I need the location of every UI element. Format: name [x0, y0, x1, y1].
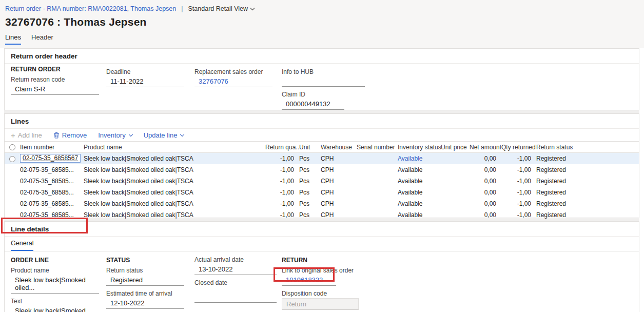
cell-return-quantity[interactable]: -1,00 — [265, 164, 299, 176]
cell-serial-number[interactable] — [357, 209, 398, 221]
col-return-quantity[interactable]: Return qua... — [265, 142, 299, 153]
cell-warehouse[interactable]: CPH — [321, 164, 357, 176]
claim-id-field[interactable]: 000000449132 — [282, 99, 344, 110]
cell-qty-returned[interactable]: -1,00 — [501, 176, 536, 187]
cell-net-amount[interactable]: 0,00 — [470, 176, 501, 187]
row-select-cell[interactable] — [5, 164, 20, 176]
cell-return-status[interactable]: Registered — [536, 198, 639, 209]
cell-return-quantity[interactable]: -1,00 — [265, 209, 299, 221]
col-item-number[interactable]: Item number — [20, 142, 84, 153]
col-qty-returned[interactable]: Qty returned — [501, 142, 536, 153]
breadcrumb[interactable]: Return order - RMA number: RMA0022081, T… — [5, 5, 176, 12]
row-select-cell[interactable] — [5, 153, 20, 164]
cell-product-name[interactable]: Sleek low back|Smoked oiled oak|TSCA — [84, 198, 265, 209]
cell-inventory-status[interactable]: Available — [398, 176, 441, 187]
cell-inventory-status[interactable]: Available — [398, 153, 441, 164]
section-title-line-details[interactable]: Line details — [5, 222, 639, 237]
cell-qty-returned[interactable]: -1,00 — [501, 153, 536, 164]
row-selector-radio[interactable] — [9, 156, 15, 162]
cell-serial-number[interactable] — [357, 176, 398, 187]
cell-warehouse[interactable]: CPH — [321, 209, 357, 221]
cell-qty-returned[interactable]: -1,00 — [501, 209, 536, 221]
cell-serial-number[interactable] — [357, 164, 398, 176]
table-row[interactable]: 02-075-35_68585... Sleek low back|Smoked… — [5, 164, 639, 176]
cell-unit-price[interactable] — [441, 153, 470, 164]
cell-item-number[interactable]: 02-075-35_68585... — [20, 164, 84, 176]
cell-unit[interactable]: Pcs — [299, 164, 321, 176]
cell-return-quantity[interactable]: -1,00 — [265, 153, 299, 164]
table-row[interactable]: 02-075-35_68585... Sleek low back|Smoked… — [5, 187, 639, 198]
cell-warehouse[interactable]: CPH — [321, 198, 357, 209]
cell-inventory-status[interactable]: Available — [398, 187, 441, 198]
remove-button[interactable]: Remove — [53, 131, 87, 139]
closed-date-field[interactable] — [194, 292, 277, 303]
cell-return-quantity[interactable]: -1,00 — [265, 176, 299, 187]
cell-unit[interactable]: Pcs — [299, 209, 321, 221]
cell-item-number[interactable]: 02-075-35_68585... — [20, 176, 84, 187]
return-status-field[interactable]: Registered — [106, 275, 184, 286]
deadline-field[interactable]: 11-11-2022 — [106, 76, 184, 87]
cell-product-name[interactable]: Sleek low back|Smoked oiled oak|TSCA — [84, 153, 265, 164]
tab-lines[interactable]: Lines — [5, 33, 21, 45]
cell-serial-number[interactable] — [357, 198, 398, 209]
cell-return-quantity[interactable]: -1,00 — [265, 198, 299, 209]
cell-unit-price[interactable] — [441, 164, 470, 176]
cell-net-amount[interactable]: 0,00 — [470, 187, 501, 198]
cell-warehouse[interactable]: CPH — [321, 176, 357, 187]
cell-unit-price[interactable] — [441, 198, 470, 209]
select-all-header[interactable] — [5, 142, 20, 153]
cell-product-name[interactable]: Sleek low back|Smoked oiled oak|TSCA — [84, 187, 265, 198]
product-name-field[interactable]: Sleek low back|Smoked oiled... — [11, 275, 99, 294]
replacement-sales-order-link[interactable]: 32767076 — [194, 76, 272, 87]
cell-serial-number[interactable] — [357, 153, 398, 164]
table-row[interactable]: 02-075-35_68585... Sleek low back|Smoked… — [5, 209, 639, 221]
tab-header[interactable]: Header — [31, 33, 53, 45]
cell-return-status[interactable]: Registered — [536, 164, 639, 176]
table-row[interactable]: 02-075-35_6858567 Sleek low back|Smoked … — [5, 153, 639, 164]
cell-inventory-status[interactable]: Available — [398, 164, 441, 176]
cell-return-status[interactable]: Registered — [536, 209, 639, 221]
cell-net-amount[interactable]: 0,00 — [470, 164, 501, 176]
cell-product-name[interactable]: Sleek low back|Smoked oiled oak|TSCA — [84, 209, 265, 221]
tab-general[interactable]: General — [11, 240, 33, 251]
cell-unit[interactable]: Pcs — [299, 176, 321, 187]
original-sales-order-link[interactable]: 1019618322 — [282, 275, 336, 286]
row-select-cell[interactable] — [5, 198, 20, 209]
row-select-cell[interactable] — [5, 176, 20, 187]
col-inventory-status[interactable]: Inventory status — [398, 142, 441, 153]
row-select-cell[interactable] — [5, 187, 20, 198]
return-reason-code-field[interactable]: Claim S-R — [11, 84, 99, 95]
cell-net-amount[interactable]: 0,00 — [470, 209, 501, 221]
cell-unit[interactable]: Pcs — [299, 187, 321, 198]
cell-unit[interactable]: Pcs — [299, 198, 321, 209]
col-return-status[interactable]: Return status — [536, 142, 639, 153]
cell-inventory-status[interactable]: Available — [398, 198, 441, 209]
table-row[interactable]: 02-075-35_68585... Sleek low back|Smoked… — [5, 176, 639, 187]
row-select-cell[interactable] — [5, 209, 20, 221]
cell-net-amount[interactable]: 0,00 — [470, 153, 501, 164]
section-title-return-order-header[interactable]: Return order header — [5, 49, 639, 64]
col-unit-price[interactable]: Unit price — [441, 142, 470, 153]
add-line-button[interactable]: + Add line — [11, 131, 42, 139]
estimated-time-of-arrival-field[interactable]: 12-10-2022 — [106, 298, 184, 309]
text-field[interactable]: Sleek low back|Smoked oiled oak|TSCA — [11, 306, 99, 312]
cell-inventory-status[interactable]: Available — [398, 209, 441, 221]
cell-unit-price[interactable] — [441, 209, 470, 221]
update-line-menu-button[interactable]: Update line — [144, 131, 184, 139]
cell-serial-number[interactable] — [357, 187, 398, 198]
cell-return-quantity[interactable]: -1,00 — [265, 187, 299, 198]
cell-item-number[interactable]: 02-075-35_68585... — [20, 187, 84, 198]
cell-item-number[interactable]: 02-075-35_6858567 — [20, 153, 84, 164]
cell-unit[interactable]: Pcs — [299, 153, 321, 164]
cell-unit-price[interactable] — [441, 187, 470, 198]
cell-return-status[interactable]: Registered — [536, 187, 639, 198]
cell-net-amount[interactable]: 0,00 — [470, 198, 501, 209]
cell-warehouse[interactable]: CPH — [321, 187, 357, 198]
cell-item-number[interactable]: 02-075-35_68585... — [20, 209, 84, 221]
cell-qty-returned[interactable]: -1,00 — [501, 198, 536, 209]
col-serial-number[interactable]: Serial number — [357, 142, 398, 153]
cell-return-status[interactable]: Registered — [536, 176, 639, 187]
cell-product-name[interactable]: Sleek low back|Smoked oiled oak|TSCA — [84, 176, 265, 187]
col-net-amount[interactable]: Net amount — [470, 142, 501, 153]
col-unit[interactable]: Unit — [299, 142, 321, 153]
